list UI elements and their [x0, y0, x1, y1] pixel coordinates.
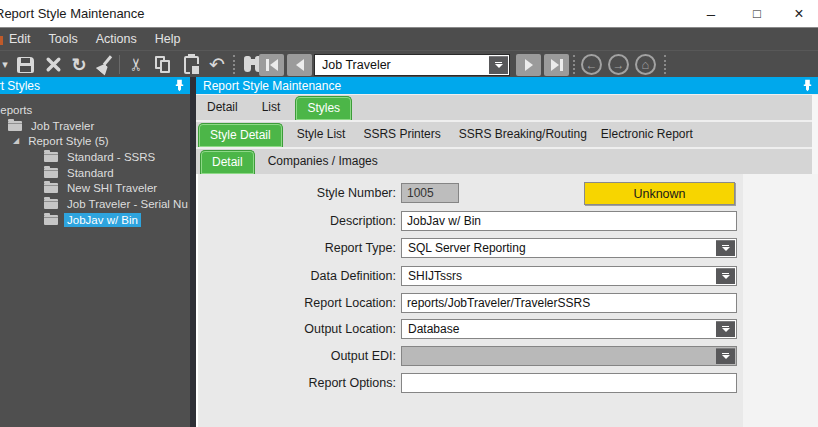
- record-selector-value: Job Traveler: [322, 58, 391, 72]
- delete-button[interactable]: [41, 54, 65, 75]
- toolbar-separator-dotted: [573, 55, 575, 74]
- next-record-button[interactable]: [516, 54, 541, 76]
- report-style-maintenance-panel: Report Style Maintenance Detail List Sty…: [196, 77, 818, 427]
- data-definition-value: SHIJTssrs: [408, 269, 462, 283]
- description-field[interactable]: [401, 211, 737, 231]
- refresh-icon: ↻: [71, 56, 86, 74]
- tree-item-standard[interactable]: Standard: [0, 165, 190, 181]
- title-bar: Report Style Maintenance – □ ×: [0, 0, 818, 28]
- menu-edit[interactable]: Edit: [0, 32, 40, 46]
- tab-style-list[interactable]: Style List: [297, 127, 346, 147]
- undo-icon: ↶: [209, 55, 225, 74]
- tree-item-standard-ssrs[interactable]: Standard - SSRS: [0, 149, 190, 165]
- tab-detail[interactable]: Detail: [207, 100, 238, 120]
- report-type-combo[interactable]: SQL Server Reporting: [401, 238, 737, 258]
- expander-icon[interactable]: ◢: [13, 137, 19, 145]
- window-title: Report Style Maintenance: [0, 6, 145, 21]
- output-location-combo[interactable]: Database: [401, 319, 737, 339]
- style-number-label: Style Number:: [198, 183, 396, 203]
- save-button[interactable]: [13, 54, 37, 75]
- first-record-button[interactable]: [259, 54, 284, 76]
- refresh-button[interactable]: ↻: [67, 54, 91, 75]
- previous-record-icon: [296, 59, 304, 71]
- tree-item-job-traveler-serial[interactable]: Job Traveler - Serial Nu: [0, 196, 190, 212]
- record-selector-dropdown-button[interactable]: [489, 56, 508, 74]
- toolbar-overflow-caret[interactable]: ▾: [0, 54, 10, 75]
- tree-panel-title: Report Styles: [0, 79, 40, 93]
- back-arrow-icon: ←: [586, 58, 598, 72]
- style-number-field: [401, 183, 459, 203]
- tab-styles-selected[interactable]: Styles: [295, 96, 352, 120]
- output-location-dropdown-button[interactable]: [716, 321, 735, 337]
- output-edi-label: Output EDI:: [198, 346, 396, 366]
- menu-help[interactable]: Help: [146, 32, 190, 46]
- tab-ssrs-breaking-routing[interactable]: SSRS Breaking/Routing: [459, 127, 587, 147]
- style-tab-strip: Style Detail Style List SSRS Printers SS…: [196, 122, 812, 147]
- minimize-button[interactable]: –: [688, 0, 734, 27]
- menu-actions[interactable]: Actions: [87, 32, 146, 46]
- close-icon: ×: [794, 5, 803, 23]
- tree-item-job-traveler[interactable]: Job Traveler: [0, 118, 190, 134]
- toolbar-separator-dotted: [233, 55, 235, 74]
- previous-record-button[interactable]: [287, 54, 312, 76]
- paste-button[interactable]: [179, 54, 203, 75]
- tab-ssrs-printers[interactable]: SSRS Printers: [363, 127, 440, 147]
- folder-icon: [44, 168, 58, 178]
- clear-button[interactable]: [93, 54, 117, 75]
- output-location-value: Database: [408, 322, 459, 336]
- toolbar-separator: [119, 55, 120, 74]
- tree-item-new-shi-traveler[interactable]: New SHI Traveler: [0, 180, 190, 196]
- pin-icon[interactable]: [802, 79, 813, 92]
- report-type-dropdown-button[interactable]: [716, 240, 735, 256]
- close-button[interactable]: ×: [780, 0, 818, 27]
- next-record-icon: [525, 59, 533, 71]
- report-options-label: Report Options:: [198, 373, 396, 393]
- tree-item-jobjav-w-bin-selected[interactable]: JobJav w/ Bin: [0, 212, 190, 228]
- record-selector-combo[interactable]: Job Traveler: [314, 54, 510, 76]
- tab-list[interactable]: List: [262, 100, 281, 120]
- tab-companies-images[interactable]: Companies / Images: [268, 154, 378, 174]
- report-type-label: Report Type:: [198, 238, 396, 258]
- navigate-forward-button[interactable]: →: [608, 54, 629, 75]
- menu-tools[interactable]: Tools: [40, 32, 87, 46]
- menu-bar: Edit Tools Actions Help: [0, 28, 818, 50]
- toolbar: ▾ ↻ ✂ ↶ Job Traveler ← → ⌂: [0, 50, 818, 77]
- tab-style-detail-selected[interactable]: Style Detail: [198, 123, 283, 147]
- report-options-field[interactable]: [401, 373, 737, 393]
- chevron-down-icon: [722, 275, 730, 279]
- undo-button[interactable]: ↶: [205, 54, 229, 75]
- data-definition-label: Data Definition:: [198, 266, 396, 286]
- last-record-button[interactable]: [544, 54, 569, 76]
- report-location-field[interactable]: [401, 293, 737, 313]
- forward-arrow-icon: →: [613, 58, 625, 72]
- navigate-back-button[interactable]: ←: [581, 54, 602, 75]
- scissors-icon: ✂: [128, 57, 145, 71]
- folder-icon: [44, 152, 58, 162]
- delete-x-icon: [45, 56, 62, 73]
- tree-item-report-style-group[interactable]: ◢ Report Style (5): [0, 133, 190, 149]
- tab-detail-selected[interactable]: Detail: [200, 150, 255, 174]
- content-panel-header: Report Style Maintenance: [196, 77, 818, 94]
- data-definition-combo[interactable]: SHIJTssrs: [401, 266, 737, 286]
- home-button[interactable]: ⌂: [635, 54, 656, 75]
- folder-icon: [44, 183, 58, 193]
- pin-icon[interactable]: [174, 79, 185, 92]
- output-edi-dropdown-button: [716, 348, 735, 364]
- output-location-label: Output Location:: [198, 319, 396, 339]
- broom-icon: [95, 55, 115, 75]
- save-icon: [17, 57, 34, 73]
- status-unknown-button[interactable]: Unknown: [584, 182, 735, 205]
- clipped-file-menu-fragment: [0, 36, 3, 45]
- cut-button[interactable]: ✂: [124, 54, 148, 75]
- maximize-button[interactable]: □: [734, 0, 780, 27]
- chevron-down-icon: ▾: [2, 59, 8, 70]
- tree-panel-header: Report Styles: [0, 77, 190, 94]
- copy-button[interactable]: [151, 54, 175, 75]
- chevron-down-icon: [722, 328, 730, 332]
- last-record-icon: [551, 59, 559, 71]
- paste-icon: [184, 56, 199, 74]
- folder-icon: [44, 199, 58, 209]
- tree-item-reports[interactable]: Reports: [0, 102, 190, 118]
- tab-electronic-report[interactable]: Electronic Report: [601, 127, 693, 147]
- data-definition-dropdown-button[interactable]: [716, 268, 735, 284]
